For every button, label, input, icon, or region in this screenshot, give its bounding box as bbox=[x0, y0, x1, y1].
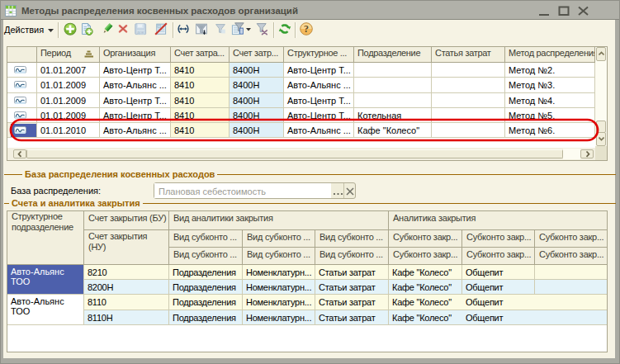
svg-text:ДОК: ДОК bbox=[137, 31, 144, 35]
svg-text:?: ? bbox=[304, 23, 309, 35]
